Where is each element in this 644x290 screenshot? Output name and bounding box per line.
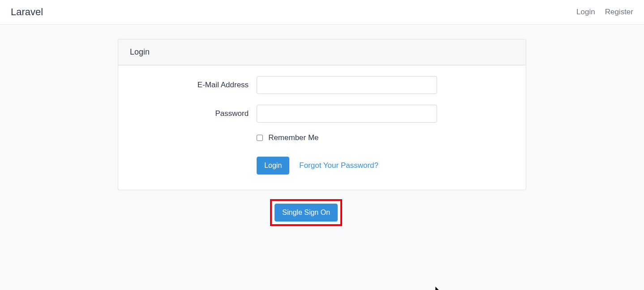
password-input[interactable] bbox=[257, 105, 437, 123]
nav-register-link[interactable]: Register bbox=[605, 8, 633, 17]
email-row: E-Mail Address bbox=[130, 76, 514, 94]
email-wrap bbox=[257, 76, 437, 94]
sso-button[interactable]: Single Sign On bbox=[275, 204, 338, 222]
login-card: Login E-Mail Address Password Remember M… bbox=[118, 39, 526, 190]
sso-wrapper: Single Sign On bbox=[118, 199, 526, 226]
remember-checkbox[interactable] bbox=[257, 135, 263, 141]
email-input[interactable] bbox=[257, 76, 437, 94]
action-row: Login Forgot Your Password? bbox=[257, 157, 514, 175]
password-wrap bbox=[257, 105, 437, 123]
sso-highlight-box: Single Sign On bbox=[270, 199, 342, 226]
email-label: E-Mail Address bbox=[130, 81, 257, 90]
password-row: Password bbox=[130, 105, 514, 123]
card-header: Login bbox=[118, 39, 526, 65]
forgot-password-link[interactable]: Forgot Your Password? bbox=[299, 161, 378, 170]
card-body: E-Mail Address Password Remember Me Logi… bbox=[118, 65, 526, 190]
password-label: Password bbox=[130, 109, 257, 118]
main-container: Login E-Mail Address Password Remember M… bbox=[67, 39, 577, 226]
nav-links: Login Register bbox=[576, 8, 633, 17]
navbar: Laravel Login Register bbox=[0, 0, 644, 25]
remember-label: Remember Me bbox=[268, 133, 318, 142]
remember-row: Remember Me bbox=[257, 133, 514, 142]
nav-login-link[interactable]: Login bbox=[576, 8, 595, 17]
brand-link[interactable]: Laravel bbox=[11, 6, 43, 18]
login-button[interactable]: Login bbox=[257, 157, 289, 175]
